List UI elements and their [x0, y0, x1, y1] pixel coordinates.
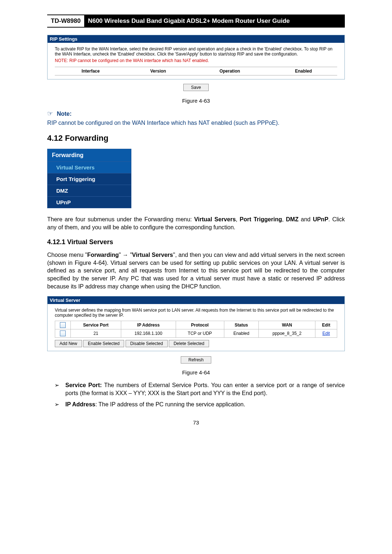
rip-panel-title: RIP Settings — [48, 35, 344, 43]
bullet-label: Service Port: — [65, 382, 102, 388]
field-definitions-list: Service Port: The numbers of External Se… — [47, 381, 345, 409]
list-item: Service Port: The numbers of External Se… — [47, 381, 345, 397]
rip-col-operation: Operation — [190, 67, 270, 75]
paragraph-virtual-servers: Choose menu "Forwarding" → "Virtual Serv… — [47, 251, 345, 290]
model-label: TD-W8980 — [47, 15, 84, 27]
menu-item-virtual-servers[interactable]: Virtual Servers — [48, 161, 131, 173]
rip-col-version: Version — [126, 67, 190, 75]
forwarding-menu: Forwarding Virtual Servers Port Triggeri… — [47, 149, 131, 208]
list-item: IP Address: The IP address of the PC run… — [47, 401, 345, 409]
vs-table: Service Port IP Address Protocol Status … — [55, 321, 337, 338]
col-status: Status — [224, 321, 259, 329]
section-heading: 4.12 Forwarding — [47, 134, 345, 143]
page-number: 73 — [47, 419, 345, 426]
rip-col-enabled: Enabled — [270, 67, 337, 75]
vs-desc: Virtual server defines the mapping from … — [55, 308, 337, 318]
menu-item-upnp[interactable]: UPnP — [48, 196, 131, 208]
table-row: 21 192.168.1.100 TCP or UDP Enabled pppo… — [55, 329, 337, 338]
cell-status: Enabled — [224, 329, 259, 338]
note-label: Note: — [57, 111, 72, 117]
rip-col-interface: Interface — [55, 67, 126, 75]
cell-ip-address: 192.168.1.100 — [121, 329, 176, 338]
edit-link[interactable]: Edit — [322, 331, 330, 336]
bullet-text: The numbers of External Service Ports. Y… — [65, 382, 345, 396]
row-checkbox[interactable] — [60, 331, 66, 336]
menu-item-dmz[interactable]: DMZ — [48, 185, 131, 196]
cell-protocol: TCP or UDP — [176, 329, 224, 338]
menu-head: Forwarding — [48, 149, 131, 161]
menu-item-port-triggering[interactable]: Port Triggering — [48, 173, 131, 185]
rip-inner-note: NOTE: RIP cannot be configured on the WA… — [55, 58, 337, 63]
vs-panel-title: Virtual Server — [48, 296, 344, 304]
note-block: ☞ Note: — [47, 110, 345, 118]
bullet-text: : The IP address of the PC running the s… — [95, 401, 245, 407]
table-header-row: Service Port IP Address Protocol Status … — [55, 321, 337, 329]
doc-title: N600 Wireless Dual Band Gigabit ADSL2+ M… — [84, 15, 345, 27]
col-protocol: Protocol — [176, 321, 224, 329]
bullet-label: IP Address — [65, 401, 95, 407]
add-new-button[interactable]: Add New — [55, 340, 82, 347]
col-wan: WAN — [259, 321, 315, 329]
save-button[interactable]: Save — [183, 84, 208, 91]
virtual-server-panel: Virtual Server Virtual server defines th… — [47, 296, 345, 351]
disable-selected-button[interactable]: Disable Selected — [126, 340, 168, 347]
rip-settings-panel: RIP Settings To activate RIP for the WAN… — [47, 35, 345, 79]
rip-desc: To activate RIP for the WAN Interface, s… — [55, 46, 337, 57]
select-all-checkbox[interactable] — [60, 322, 66, 328]
figure-4-64-caption: Figure 4-64 — [47, 369, 345, 376]
delete-selected-button[interactable]: Delete Selected — [169, 340, 209, 347]
vs-refresh-row: Refresh — [47, 353, 345, 366]
note-body: RIP cannot be configured on the WAN Inte… — [47, 120, 345, 126]
rip-table: Interface Version Operation Enabled — [55, 67, 337, 75]
subsection-heading: 4.12.1 Virtual Servers — [47, 238, 345, 246]
col-edit: Edit — [315, 321, 337, 329]
col-service-port: Service Port — [71, 321, 121, 329]
cell-wan: pppoe_8_35_2 — [259, 329, 315, 338]
paragraph-submenus: There are four submenus under the Forwar… — [47, 216, 345, 231]
rip-save-row: Save — [47, 81, 345, 94]
figure-4-63-caption: Figure 4-63 — [47, 98, 345, 104]
enable-selected-button[interactable]: Enable Selected — [83, 340, 124, 347]
refresh-button[interactable]: Refresh — [181, 356, 211, 364]
cell-service-port: 21 — [71, 329, 121, 338]
note-icon: ☞ — [47, 110, 53, 117]
col-ip-address: IP Address — [121, 321, 176, 329]
vs-button-row: Add New Enable Selected Disable Selected… — [55, 340, 337, 347]
doc-header: TD-W8980 N600 Wireless Dual Band Gigabit… — [47, 15, 345, 28]
